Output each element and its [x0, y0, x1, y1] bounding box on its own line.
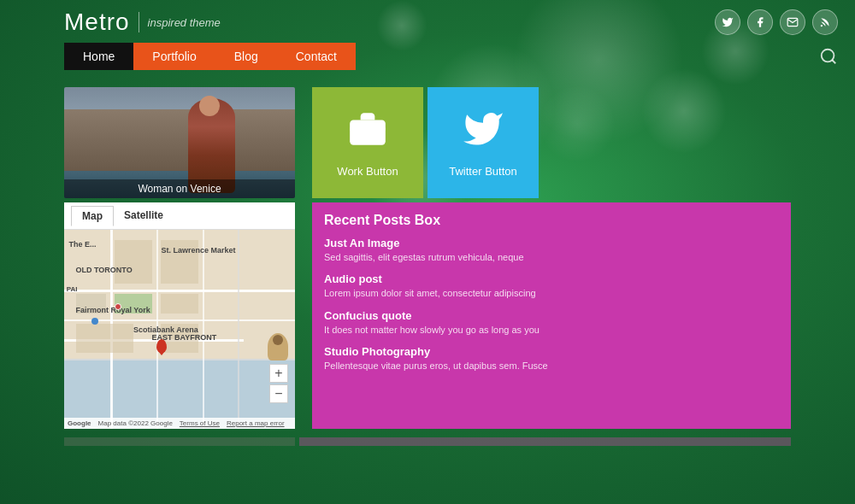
nav: Home Portfolio Blog Contact	[0, 43, 855, 70]
map-report[interactable]: Report a map error	[227, 419, 285, 427]
venice-card[interactable]: Woman on Venice	[64, 87, 295, 198]
map-pin	[156, 339, 167, 353]
logo-divider	[139, 12, 139, 32]
map-label-the: The E...	[68, 240, 96, 249]
bottom-left-thumb	[64, 437, 295, 446]
social-icons	[715, 9, 838, 35]
site-title: Metro	[64, 9, 130, 36]
post-item-2: Audio post Lorem ipsum dolor sit amet, c…	[324, 273, 779, 300]
map-tab-satellite[interactable]: Satellite	[114, 206, 174, 226]
recent-posts-title: Recent Posts Box	[324, 213, 779, 228]
site-subtitle: inspired theme	[148, 16, 221, 29]
post-excerpt-1: Sed sagittis, elit egestas rutrum vehicu…	[324, 251, 779, 264]
post-item-4: Studio Photography Pellentesque vitae pu…	[324, 345, 779, 372]
nav-home[interactable]: Home	[64, 43, 133, 70]
post-title-3[interactable]: Confucius quote	[324, 309, 779, 322]
google-logo: Google	[68, 419, 91, 427]
post-excerpt-4: Pellentesque vitae purus eros, ut dapibu…	[324, 360, 779, 372]
map-header: Map Satellite	[64, 202, 295, 230]
briefcase-icon	[346, 108, 389, 158]
map-terms[interactable]: Terms of Use	[180, 419, 220, 427]
post-item: Just An Image Sed sagittis, elit egestas…	[324, 237, 779, 264]
left-column: Woman on Venice Map Satellite	[64, 87, 295, 429]
post-title-4[interactable]: Studio Photography	[324, 345, 779, 358]
twitter-tile-label: Twitter Button	[449, 165, 516, 178]
post-title-1[interactable]: Just An Image	[324, 237, 779, 249]
post-item-3: Confucius quote It does not matter how s…	[324, 309, 779, 337]
map-label-scotiabank: Scotiabank Arena	[133, 325, 198, 334]
work-tile-label: Work Button	[337, 165, 398, 178]
map-data-credit: Map data ©2022 Google	[98, 419, 173, 427]
post-title-2[interactable]: Audio post	[324, 273, 779, 285]
nav-blog[interactable]: Blog	[215, 43, 277, 70]
email-social-icon[interactable]	[780, 9, 805, 35]
map-body: OLD TORONTO St. Lawrence Market Fairmont…	[64, 230, 295, 429]
map-card: Map Satellite	[64, 202, 295, 429]
rss-social-icon[interactable]	[812, 9, 838, 35]
map-controls: + −	[269, 364, 288, 403]
svg-point-0	[821, 25, 823, 26]
svg-line-2	[832, 60, 835, 63]
map-label-pai: PAI	[67, 285, 78, 293]
tile-row: Work Button Twitter Button	[312, 87, 791, 198]
twitter-social-icon[interactable]	[715, 9, 740, 35]
map-label-market: St. Lawrence Market	[161, 246, 235, 255]
nav-portfolio[interactable]: Portfolio	[133, 43, 215, 70]
header: Metro inspired theme	[0, 0, 855, 43]
venice-label: Woman on Venice	[64, 179, 295, 198]
post-excerpt-3: It does not matter how slowly you go as …	[324, 324, 779, 337]
facebook-social-icon[interactable]	[747, 9, 773, 35]
map-person-icon[interactable]	[268, 333, 288, 360]
map-zoom-in[interactable]: +	[269, 364, 288, 383]
post-excerpt-2: Lorem ipsum dolor sit amet, consectetur …	[324, 287, 779, 300]
map-label-fairmont: Fairmont Royal York	[76, 306, 150, 314]
nav-contact[interactable]: Contact	[277, 43, 356, 70]
search-icon[interactable]	[819, 47, 838, 70]
main-content: Woman on Venice Map Satellite	[0, 87, 855, 429]
logo: Metro inspired theme	[64, 9, 221, 36]
svg-rect-3	[350, 120, 386, 145]
bottom-right-thumb	[299, 437, 791, 446]
right-column: Work Button Twitter Button Recent Posts …	[312, 87, 791, 429]
map-zoom-out[interactable]: −	[269, 384, 288, 403]
twitter-tile[interactable]: Twitter Button	[428, 87, 539, 198]
svg-point-1	[822, 50, 834, 62]
twitter-bird-icon	[462, 108, 504, 158]
map-label-toronto: OLD TORONTO	[76, 266, 133, 274]
map-footer: Google Map data ©2022 Google Terms of Us…	[64, 418, 295, 429]
work-tile[interactable]: Work Button	[312, 87, 423, 198]
map-tab-map[interactable]: Map	[71, 206, 114, 226]
recent-posts-box: Recent Posts Box Just An Image Sed sagit…	[312, 202, 791, 429]
